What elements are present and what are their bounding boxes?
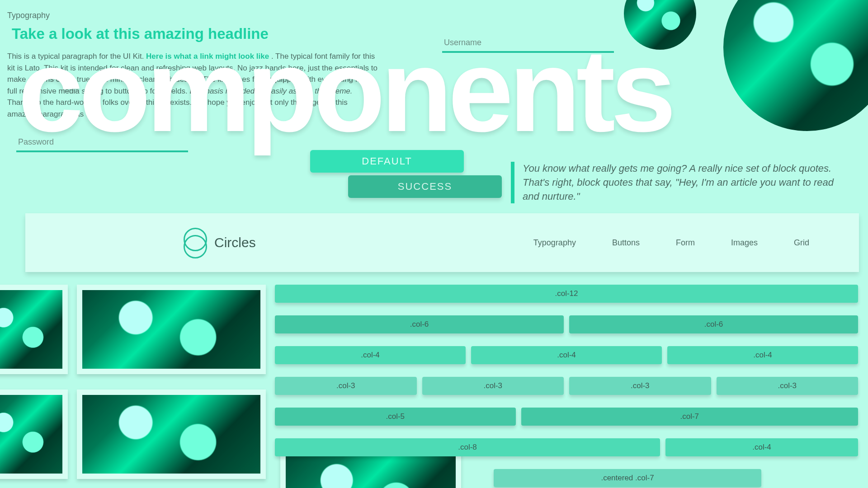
paragraph-text: Thanks to the hard-working folks over at…: [7, 98, 348, 118]
grid-row: .col-5 .col-7: [275, 408, 858, 426]
avatar-small: [624, 0, 696, 50]
grid-col-3: .col-3: [275, 377, 417, 395]
grid-row: .col-12: [275, 285, 858, 303]
grid-col-8: .col-8: [275, 438, 660, 456]
grid-row: .col-6 .col-6: [275, 315, 858, 333]
nav-links: Typography Buttons Form Images Grid: [533, 238, 809, 248]
grid-col-5: .col-5: [275, 408, 516, 426]
grid-demo: .col-12 .col-6 .col-6 .col-4 .col-4 .col…: [275, 285, 858, 488]
navbar: Circles Typography Buttons Form Images G…: [25, 213, 859, 272]
avatar-large: [723, 0, 868, 131]
nav-images[interactable]: Images: [731, 238, 758, 248]
grid-col-4: .col-4: [665, 438, 858, 456]
intro-paragraph: This is a typical paragraph for the UI K…: [7, 51, 378, 120]
success-button[interactable]: SUCCESS: [348, 175, 502, 198]
grid-col-centered-7: .centered .col-7: [494, 469, 761, 487]
default-button[interactable]: DEFAULT: [310, 150, 464, 173]
password-field[interactable]: [16, 135, 188, 152]
grid-col-12: .col-12: [275, 285, 858, 303]
grid-col-3: .col-3: [717, 377, 859, 395]
grid-col-7: .col-7: [521, 408, 859, 426]
nav-grid[interactable]: Grid: [794, 238, 809, 248]
page-headline: Take a look at this amazing headline: [12, 25, 269, 42]
grid-row: .col-8 .col-4: [275, 438, 858, 456]
paragraph-emphasis: Emphasis is added as easily as with this…: [189, 87, 352, 95]
grid-col-3: .col-3: [569, 377, 711, 395]
nav-form[interactable]: Form: [676, 238, 695, 248]
grid-row: .col-3 .col-3 .col-3 .col-3: [275, 377, 858, 395]
username-field[interactable]: [442, 35, 614, 53]
paragraph-text: This is a typical paragraph for the UI K…: [7, 52, 146, 61]
grid-col-4: .col-4: [667, 346, 858, 364]
nav-typography[interactable]: Typography: [533, 238, 576, 248]
brand-name: Circles: [214, 235, 256, 250]
section-label-typography: Typography: [7, 11, 50, 20]
brand-logo[interactable]: Circles: [184, 228, 256, 258]
blockquote: You know what really gets me going? A re…: [511, 162, 845, 203]
grid-col-3: .col-3: [422, 377, 564, 395]
nav-buttons[interactable]: Buttons: [612, 238, 640, 248]
grid-col-4: .col-4: [471, 346, 662, 364]
grid-row: .col-4 .col-4 .col-4: [275, 346, 858, 364]
grid-col-4: .col-4: [275, 346, 466, 364]
grid-col-6: .col-6: [569, 315, 858, 333]
grid-row-centered: .centered .col-7: [397, 469, 858, 487]
image-thumbnail[interactable]: [77, 285, 266, 374]
inline-link[interactable]: Here is what a link might look like: [146, 52, 269, 61]
circles-icon: [184, 228, 206, 258]
grid-col-6: .col-6: [275, 315, 564, 333]
image-thumbnail[interactable]: [0, 389, 68, 479]
image-thumbnail[interactable]: [77, 389, 266, 479]
image-thumbnail[interactable]: [0, 285, 68, 374]
